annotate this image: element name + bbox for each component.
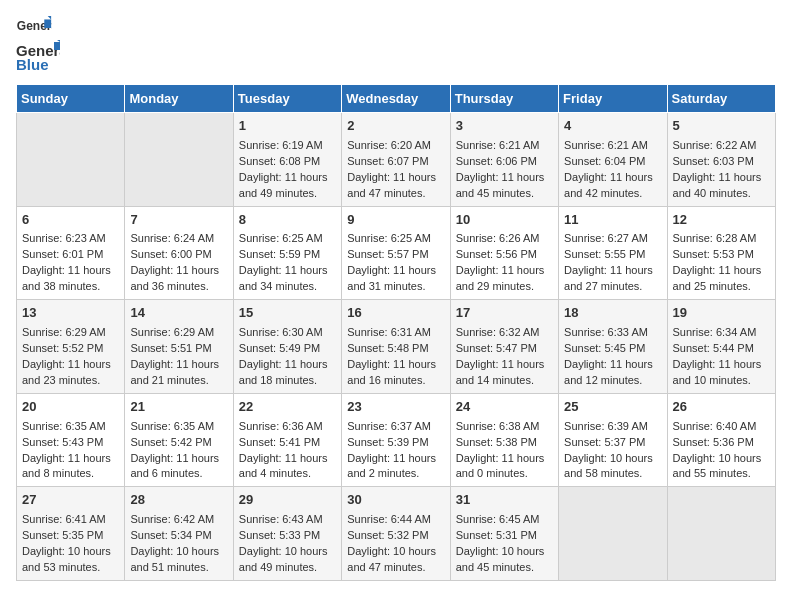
calendar-cell: 1Sunrise: 6:19 AMSunset: 6:08 PMDaylight… xyxy=(233,113,341,207)
calendar-week-1: 1Sunrise: 6:19 AMSunset: 6:08 PMDaylight… xyxy=(17,113,776,207)
daylight-text: Daylight: 11 hours and 49 minutes. xyxy=(239,171,328,199)
svg-marker-4 xyxy=(54,42,60,50)
calendar-header-tuesday: Tuesday xyxy=(233,85,341,113)
daylight-text: Daylight: 11 hours and 16 minutes. xyxy=(347,358,436,386)
calendar-header-thursday: Thursday xyxy=(450,85,558,113)
day-number: 26 xyxy=(673,398,770,417)
sunset-text: Sunset: 5:55 PM xyxy=(564,248,645,260)
sunset-text: Sunset: 5:49 PM xyxy=(239,342,320,354)
sunset-text: Sunset: 6:00 PM xyxy=(130,248,211,260)
daylight-text: Daylight: 11 hours and 23 minutes. xyxy=(22,358,111,386)
sunset-text: Sunset: 5:47 PM xyxy=(456,342,537,354)
calendar-cell: 15Sunrise: 6:30 AMSunset: 5:49 PMDayligh… xyxy=(233,300,341,394)
calendar-cell: 7Sunrise: 6:24 AMSunset: 6:00 PMDaylight… xyxy=(125,206,233,300)
day-number: 23 xyxy=(347,398,444,417)
sunset-text: Sunset: 5:39 PM xyxy=(347,436,428,448)
calendar-week-3: 13Sunrise: 6:29 AMSunset: 5:52 PMDayligh… xyxy=(17,300,776,394)
daylight-text: Daylight: 11 hours and 10 minutes. xyxy=(673,358,762,386)
day-number: 12 xyxy=(673,211,770,230)
sunset-text: Sunset: 6:06 PM xyxy=(456,155,537,167)
logo-icon: General xyxy=(16,16,52,40)
sunrise-text: Sunrise: 6:41 AM xyxy=(22,513,106,525)
sunset-text: Sunset: 5:56 PM xyxy=(456,248,537,260)
daylight-text: Daylight: 11 hours and 0 minutes. xyxy=(456,452,545,480)
calendar-cell xyxy=(667,487,775,581)
calendar-cell xyxy=(559,487,667,581)
calendar-cell: 25Sunrise: 6:39 AMSunset: 5:37 PMDayligh… xyxy=(559,393,667,487)
daylight-text: Daylight: 11 hours and 42 minutes. xyxy=(564,171,653,199)
daylight-text: Daylight: 11 hours and 31 minutes. xyxy=(347,264,436,292)
sunrise-text: Sunrise: 6:39 AM xyxy=(564,420,648,432)
calendar-cell: 5Sunrise: 6:22 AMSunset: 6:03 PMDaylight… xyxy=(667,113,775,207)
daylight-text: Daylight: 11 hours and 34 minutes. xyxy=(239,264,328,292)
sunrise-text: Sunrise: 6:20 AM xyxy=(347,139,431,151)
daylight-text: Daylight: 11 hours and 18 minutes. xyxy=(239,358,328,386)
sunset-text: Sunset: 5:57 PM xyxy=(347,248,428,260)
calendar-header-sunday: Sunday xyxy=(17,85,125,113)
calendar-table: SundayMondayTuesdayWednesdayThursdayFrid… xyxy=(16,84,776,581)
sunset-text: Sunset: 6:01 PM xyxy=(22,248,103,260)
sunset-text: Sunset: 5:38 PM xyxy=(456,436,537,448)
day-number: 4 xyxy=(564,117,661,136)
calendar-cell: 6Sunrise: 6:23 AMSunset: 6:01 PMDaylight… xyxy=(17,206,125,300)
sunrise-text: Sunrise: 6:21 AM xyxy=(564,139,648,151)
svg-marker-1 xyxy=(44,19,51,28)
logo: General General Blue xyxy=(16,16,60,72)
day-number: 1 xyxy=(239,117,336,136)
day-number: 17 xyxy=(456,304,553,323)
sunrise-text: Sunrise: 6:23 AM xyxy=(22,232,106,244)
calendar-week-2: 6Sunrise: 6:23 AMSunset: 6:01 PMDaylight… xyxy=(17,206,776,300)
day-number: 7 xyxy=(130,211,227,230)
calendar-header-monday: Monday xyxy=(125,85,233,113)
daylight-text: Daylight: 10 hours and 45 minutes. xyxy=(456,545,545,573)
daylight-text: Daylight: 11 hours and 14 minutes. xyxy=(456,358,545,386)
calendar-cell: 23Sunrise: 6:37 AMSunset: 5:39 PMDayligh… xyxy=(342,393,450,487)
sunset-text: Sunset: 5:34 PM xyxy=(130,529,211,541)
day-number: 20 xyxy=(22,398,119,417)
sunrise-text: Sunrise: 6:35 AM xyxy=(22,420,106,432)
logo-full: General Blue xyxy=(16,40,60,72)
calendar-cell: 30Sunrise: 6:44 AMSunset: 5:32 PMDayligh… xyxy=(342,487,450,581)
day-number: 30 xyxy=(347,491,444,510)
daylight-text: Daylight: 11 hours and 4 minutes. xyxy=(239,452,328,480)
day-number: 14 xyxy=(130,304,227,323)
svg-text:Blue: Blue xyxy=(16,56,49,72)
sunrise-text: Sunrise: 6:43 AM xyxy=(239,513,323,525)
day-number: 27 xyxy=(22,491,119,510)
sunrise-text: Sunrise: 6:34 AM xyxy=(673,326,757,338)
calendar-cell: 18Sunrise: 6:33 AMSunset: 5:45 PMDayligh… xyxy=(559,300,667,394)
day-number: 9 xyxy=(347,211,444,230)
calendar-cell: 19Sunrise: 6:34 AMSunset: 5:44 PMDayligh… xyxy=(667,300,775,394)
sunset-text: Sunset: 5:53 PM xyxy=(673,248,754,260)
sunset-text: Sunset: 5:36 PM xyxy=(673,436,754,448)
day-number: 10 xyxy=(456,211,553,230)
day-number: 18 xyxy=(564,304,661,323)
day-number: 22 xyxy=(239,398,336,417)
sunrise-text: Sunrise: 6:24 AM xyxy=(130,232,214,244)
calendar-cell: 29Sunrise: 6:43 AMSunset: 5:33 PMDayligh… xyxy=(233,487,341,581)
sunset-text: Sunset: 5:59 PM xyxy=(239,248,320,260)
daylight-text: Daylight: 10 hours and 55 minutes. xyxy=(673,452,762,480)
sunrise-text: Sunrise: 6:36 AM xyxy=(239,420,323,432)
sunrise-text: Sunrise: 6:30 AM xyxy=(239,326,323,338)
calendar-cell xyxy=(125,113,233,207)
sunset-text: Sunset: 5:44 PM xyxy=(673,342,754,354)
sunrise-text: Sunrise: 6:44 AM xyxy=(347,513,431,525)
daylight-text: Daylight: 11 hours and 25 minutes. xyxy=(673,264,762,292)
day-number: 31 xyxy=(456,491,553,510)
calendar-cell: 11Sunrise: 6:27 AMSunset: 5:55 PMDayligh… xyxy=(559,206,667,300)
sunrise-text: Sunrise: 6:19 AM xyxy=(239,139,323,151)
calendar-cell: 12Sunrise: 6:28 AMSunset: 5:53 PMDayligh… xyxy=(667,206,775,300)
daylight-text: Daylight: 10 hours and 49 minutes. xyxy=(239,545,328,573)
daylight-text: Daylight: 11 hours and 38 minutes. xyxy=(22,264,111,292)
calendar-body: 1Sunrise: 6:19 AMSunset: 6:08 PMDaylight… xyxy=(17,113,776,581)
calendar-cell: 2Sunrise: 6:20 AMSunset: 6:07 PMDaylight… xyxy=(342,113,450,207)
sunrise-text: Sunrise: 6:42 AM xyxy=(130,513,214,525)
daylight-text: Daylight: 11 hours and 21 minutes. xyxy=(130,358,219,386)
sunrise-text: Sunrise: 6:29 AM xyxy=(130,326,214,338)
sunrise-text: Sunrise: 6:35 AM xyxy=(130,420,214,432)
sunset-text: Sunset: 5:48 PM xyxy=(347,342,428,354)
day-number: 3 xyxy=(456,117,553,136)
sunrise-text: Sunrise: 6:40 AM xyxy=(673,420,757,432)
calendar-cell: 28Sunrise: 6:42 AMSunset: 5:34 PMDayligh… xyxy=(125,487,233,581)
